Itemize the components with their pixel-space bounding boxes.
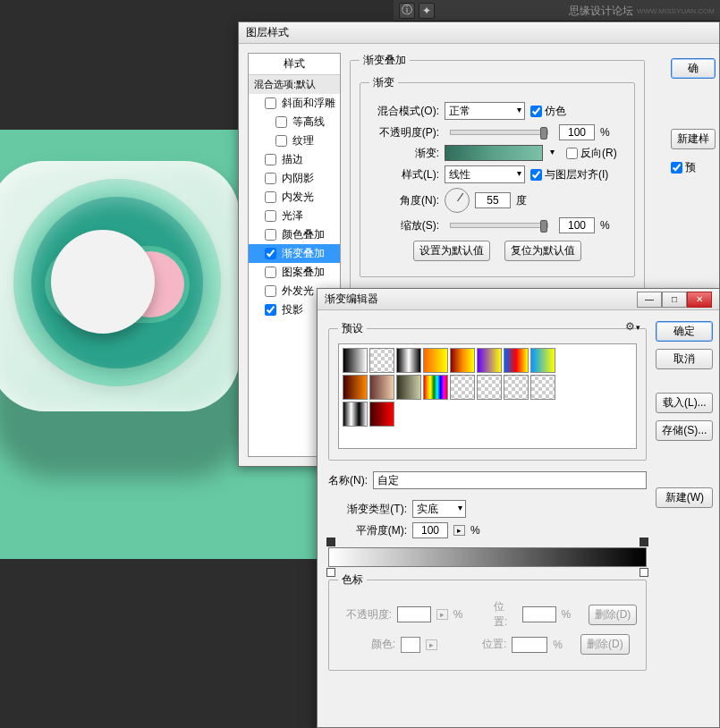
opacity-slider[interactable] bbox=[450, 130, 548, 135]
preset-swatch[interactable] bbox=[504, 375, 529, 400]
style-dropshadow-check[interactable] bbox=[265, 304, 276, 316]
preset-swatch[interactable] bbox=[396, 375, 421, 400]
preset-swatch[interactable] bbox=[343, 375, 368, 400]
ok-button[interactable]: 确 bbox=[671, 58, 716, 79]
smooth-stepper[interactable]: ▸ bbox=[453, 525, 465, 536]
color-stop-left[interactable] bbox=[326, 568, 335, 577]
preset-swatch[interactable] bbox=[450, 348, 475, 373]
style-select[interactable]: 线性 bbox=[445, 165, 525, 183]
style-innershadow[interactable]: 内阴影 bbox=[249, 169, 340, 188]
preset-swatch[interactable] bbox=[369, 348, 394, 373]
angle-value[interactable]: 55 bbox=[475, 192, 511, 208]
preset-swatch[interactable] bbox=[343, 402, 368, 427]
style-patternoverlay-check[interactable] bbox=[265, 267, 276, 278]
new-style-button[interactable]: 新建样 bbox=[671, 129, 716, 149]
name-input[interactable]: 自定 bbox=[373, 471, 647, 489]
style-bevel[interactable]: 斜面和浮雕 bbox=[249, 94, 340, 113]
style-texture-check[interactable] bbox=[275, 135, 287, 147]
type-select[interactable]: 实底 bbox=[412, 500, 466, 518]
presets-group: 预设 ⚙▾ bbox=[328, 321, 647, 461]
reverse-checkbox[interactable]: 反向(R) bbox=[566, 146, 617, 161]
style-stroke-check[interactable] bbox=[265, 154, 276, 165]
style-texture[interactable]: 纹理 bbox=[249, 131, 340, 150]
stop-position-value-2 bbox=[512, 637, 547, 653]
wand-icon[interactable]: ✦ bbox=[419, 3, 435, 19]
maximize-icon[interactable]: □ bbox=[662, 292, 687, 308]
gradedit-titlebar[interactable]: 渐变编辑器 — □ ✕ bbox=[318, 289, 719, 310]
gear-icon[interactable]: ⚙ bbox=[623, 320, 636, 333]
style-stroke[interactable]: 描边 bbox=[249, 150, 340, 169]
preset-swatch[interactable] bbox=[396, 348, 421, 373]
style-gradientoverlay-check[interactable] bbox=[265, 248, 276, 259]
gradient-bar[interactable] bbox=[328, 547, 647, 567]
angle-unit: 度 bbox=[516, 193, 527, 208]
scale-unit: % bbox=[600, 219, 610, 232]
preset-swatch[interactable] bbox=[369, 375, 394, 400]
preset-swatch[interactable] bbox=[477, 375, 502, 400]
stop-position-unit-1: % bbox=[562, 608, 572, 621]
info-icon[interactable]: ⓘ bbox=[399, 3, 415, 19]
preset-swatch[interactable] bbox=[423, 375, 448, 400]
preset-swatch[interactable] bbox=[343, 348, 368, 373]
preset-swatch[interactable] bbox=[530, 348, 555, 373]
style-label: 样式(L): bbox=[369, 167, 439, 182]
dialog-titlebar[interactable]: 图层样式 bbox=[239, 22, 719, 44]
style-bevel-check[interactable] bbox=[265, 97, 276, 109]
minimize-icon[interactable]: — bbox=[637, 292, 662, 308]
gradedit-ok-button[interactable]: 确定 bbox=[656, 321, 713, 342]
angle-dial[interactable] bbox=[445, 188, 470, 213]
opacity-stop-left[interactable] bbox=[326, 538, 335, 546]
stop-color-label: 颜色: bbox=[338, 637, 395, 652]
preset-swatch[interactable] bbox=[450, 375, 475, 400]
style-innerglow[interactable]: 内发光 bbox=[249, 188, 340, 207]
preset-swatch[interactable] bbox=[504, 348, 529, 373]
style-innershadow-check[interactable] bbox=[265, 173, 276, 184]
style-coloroverlay[interactable]: 颜色叠加 bbox=[249, 225, 340, 244]
scale-value[interactable]: 100 bbox=[559, 217, 595, 233]
preset-swatch[interactable] bbox=[423, 348, 448, 373]
opacity-value[interactable]: 100 bbox=[559, 124, 595, 140]
scale-slider[interactable] bbox=[450, 223, 548, 228]
preview-checkbox[interactable]: 预 bbox=[671, 160, 716, 175]
presets-label: 预设 bbox=[338, 321, 367, 336]
gradedit-load-button[interactable]: 载入(L)... bbox=[656, 393, 713, 413]
preset-swatch[interactable] bbox=[477, 348, 502, 373]
gradedit-new-button[interactable]: 新建(W) bbox=[656, 487, 713, 508]
gradedit-cancel-button[interactable]: 取消 bbox=[656, 349, 713, 369]
preset-swatch[interactable] bbox=[530, 375, 555, 400]
styles-header[interactable]: 样式 bbox=[249, 54, 340, 75]
style-contour[interactable]: 等高线 bbox=[249, 113, 340, 131]
style-satin[interactable]: 光泽 bbox=[249, 207, 340, 225]
opacity-stop-right[interactable] bbox=[640, 538, 648, 546]
smooth-label: 平滑度(M): bbox=[328, 523, 407, 538]
style-innerglow-check[interactable] bbox=[265, 191, 276, 203]
styles-list: 斜面和浮雕 等高线 纹理 描边 内阴影 内发光 光泽 颜色叠加 渐变叠加 图案叠… bbox=[249, 94, 340, 319]
gradient-swatch[interactable] bbox=[445, 145, 543, 161]
blendmode-select[interactable]: 正常 bbox=[445, 102, 525, 120]
stop-opacity-stepper: ▸ bbox=[436, 609, 448, 620]
dialog-right-buttons: 确 新建样 预 bbox=[671, 58, 716, 175]
style-satin-check[interactable] bbox=[265, 210, 276, 222]
gradedit-title: 渐变编辑器 bbox=[325, 292, 378, 307]
style-contour-check[interactable] bbox=[275, 116, 287, 128]
opacity-unit: % bbox=[600, 126, 610, 139]
preset-swatch[interactable] bbox=[369, 402, 394, 427]
close-icon[interactable]: ✕ bbox=[687, 292, 712, 308]
style-coloroverlay-check[interactable] bbox=[265, 229, 276, 241]
align-checkbox[interactable]: 与图层对齐(I) bbox=[530, 167, 608, 182]
color-stop-right[interactable] bbox=[640, 568, 648, 577]
style-gradientoverlay[interactable]: 渐变叠加 bbox=[249, 244, 340, 263]
gradient-subtitle: 渐变 bbox=[369, 75, 398, 90]
gear-caret-icon[interactable]: ▾ bbox=[636, 323, 640, 332]
style-patternoverlay[interactable]: 图案叠加 bbox=[249, 263, 340, 282]
blend-default-row[interactable]: 混合选项:默认 bbox=[249, 75, 340, 94]
presets-grid[interactable] bbox=[343, 348, 632, 427]
make-default-button[interactable]: 设置为默认值 bbox=[413, 241, 490, 261]
smooth-value[interactable]: 100 bbox=[412, 522, 448, 538]
gradedit-save-button[interactable]: 存储(S)... bbox=[656, 420, 713, 441]
style-outerglow-check[interactable] bbox=[265, 285, 276, 297]
dither-checkbox[interactable]: 仿色 bbox=[530, 104, 566, 119]
stop-position-value-1 bbox=[522, 606, 556, 622]
scale-label: 缩放(S): bbox=[369, 218, 439, 233]
reset-default-button[interactable]: 复位为默认值 bbox=[504, 241, 581, 261]
